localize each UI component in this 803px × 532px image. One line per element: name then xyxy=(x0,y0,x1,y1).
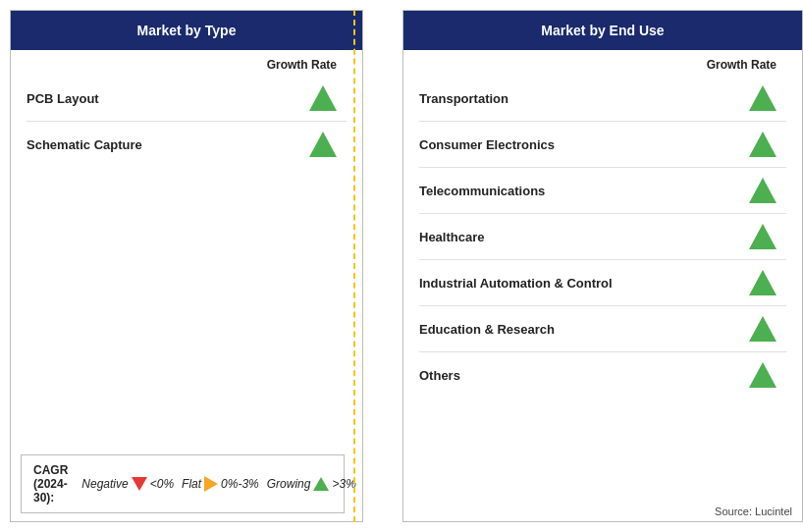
item-label: PCB Layout xyxy=(27,91,99,106)
right-growth-rate-label: Growth Rate xyxy=(419,58,776,72)
list-item: Schematic Capture xyxy=(27,122,347,167)
legend-box: CAGR(2024-30): Negative <0% Flat 0%-3% G… xyxy=(21,454,345,513)
left-panel-header: Market by Type xyxy=(11,11,362,50)
left-growth-rate-label: Growth Rate xyxy=(27,58,337,72)
negative-legend: Negative <0% xyxy=(81,477,174,491)
arrow-up-icon xyxy=(749,85,776,111)
arrow-up-icon xyxy=(309,85,337,111)
arrow-up-icon xyxy=(749,316,776,342)
list-item: Telecommunications xyxy=(419,168,786,214)
item-label: Healthcare xyxy=(419,230,484,244)
list-item: Others xyxy=(419,352,786,398)
arrow-down-icon xyxy=(132,477,147,491)
item-label: Industrial Automation & Control xyxy=(419,276,613,291)
list-item: Transportation xyxy=(419,76,786,122)
arrow-up-icon xyxy=(749,224,776,249)
arrow-up-icon xyxy=(749,178,776,203)
list-item: Consumer Electronics xyxy=(419,122,786,168)
right-panel: Market by End Use Growth Rate Transporta… xyxy=(402,10,803,522)
item-label: Consumer Electronics xyxy=(419,137,555,152)
item-label: Schematic Capture xyxy=(27,137,142,152)
item-label: Telecommunications xyxy=(419,184,545,198)
legend-container: CAGR(2024-30): Negative <0% Flat 0%-3% G… xyxy=(11,437,362,521)
arrow-up-icon xyxy=(749,270,776,295)
arrow-up-icon xyxy=(749,132,776,157)
list-item: Education & Research xyxy=(419,306,786,352)
dashed-divider xyxy=(353,10,355,522)
arrow-up-icon xyxy=(309,132,337,157)
source-text: Source: Lucintel xyxy=(403,500,802,521)
cagr-label: CAGR(2024-30): xyxy=(33,463,68,505)
item-label: Education & Research xyxy=(419,322,555,337)
list-item: PCB Layout xyxy=(27,76,347,122)
list-item: Healthcare xyxy=(419,214,786,260)
growing-legend: Growing >3% xyxy=(267,477,356,491)
arrow-right-icon xyxy=(204,476,218,492)
item-label: Others xyxy=(419,368,460,383)
left-panel: Market by Type Growth Rate PCB Layout Sc… xyxy=(10,10,363,522)
left-panel-body: Growth Rate PCB Layout Schematic Capture xyxy=(11,50,362,437)
right-panel-body: Growth Rate Transportation Consumer Elec… xyxy=(403,50,802,500)
right-panel-header: Market by End Use xyxy=(403,11,802,50)
item-label: Transportation xyxy=(419,91,509,106)
arrow-up-icon xyxy=(749,362,776,388)
right-panel-inner: Market by End Use Growth Rate Transporta… xyxy=(403,11,802,521)
list-item: Industrial Automation & Control xyxy=(419,260,786,306)
arrow-up-sm-icon xyxy=(313,477,329,491)
flat-legend: Flat 0%-3% xyxy=(182,476,259,492)
